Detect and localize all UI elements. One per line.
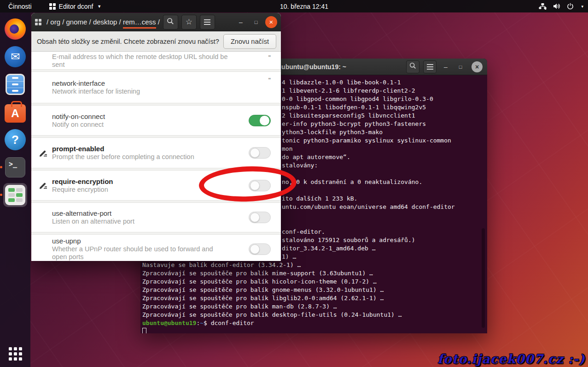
setting-key: use-alternative-port	[52, 209, 245, 218]
volume-icon	[553, 3, 560, 10]
hamburger-icon	[427, 64, 433, 70]
search-icon	[167, 18, 174, 27]
dconf-close-button[interactable]: ×	[265, 16, 277, 28]
show-applications-button[interactable]	[9, 347, 22, 361]
star-icon: ☆	[186, 17, 192, 27]
thunderbird-icon: ✉	[5, 46, 26, 67]
setting-row-use-upnp[interactable]: use-upnp Whether a UPnP router should be…	[31, 235, 281, 261]
setting-value: ''	[268, 54, 274, 61]
terminal-menu-button[interactable]	[423, 60, 437, 73]
breadcrumb-suffix[interactable]: /	[156, 18, 160, 26]
power-icon	[567, 3, 574, 10]
breadcrumb-prefix[interactable]: / org / gnome / desktop /	[47, 18, 123, 26]
setting-description: Notify on connect	[52, 121, 245, 129]
ubuntu-software-icon: A	[5, 104, 26, 123]
pathbar-root-icon[interactable]	[35, 19, 41, 25]
running-indicator-dot	[0, 166, 2, 168]
files-icon	[6, 74, 25, 95]
terminal-line: Zpracovávají se spouštěče pro balík hico…	[142, 278, 485, 286]
dock-item-dconf-editor[interactable]	[3, 183, 27, 207]
search-icon	[409, 62, 416, 71]
dconf-editor-window[interactable]: / org / gnome / desktop / rem…cess / ☆ –…	[31, 13, 281, 261]
setting-key: prompt-enabled	[52, 145, 245, 153]
dock: ✉ A ? >_	[0, 12, 30, 367]
terminal-cursor-line	[142, 327, 485, 333]
terminal-maximize-button[interactable]: □	[455, 64, 466, 70]
dock-item-help[interactable]: ?	[3, 128, 27, 152]
edited-pencil-icon	[39, 148, 48, 159]
terminal-line: Zpracovávají se spouštěče pro balík gnom…	[142, 286, 485, 294]
dconf-titlebar[interactable]: / org / gnome / desktop / rem…cess / ☆ –…	[31, 13, 281, 31]
network-offline-icon	[539, 3, 547, 10]
setting-value: ''	[268, 77, 274, 84]
system-status-area[interactable]: ▾	[539, 0, 583, 12]
terminal-line: Zpracovávají se spouštěče pro balík man-…	[142, 302, 485, 311]
terminal-search-button[interactable]	[406, 60, 419, 73]
setting-key: network-interface	[52, 79, 265, 88]
firefox-icon	[5, 18, 26, 40]
app-menu-label: Editor dconf	[59, 3, 93, 10]
setting-row-prompt-enabled[interactable]: prompt-enabled Prompt the user before co…	[31, 138, 281, 168]
dconf-editor-icon	[5, 185, 25, 205]
terminal-icon: >_	[5, 157, 25, 178]
top-bar: Činnosti Editor dconf ▼ 10. března 12:41…	[0, 0, 588, 12]
app-menu-button[interactable]: Editor dconf ▼	[47, 3, 105, 10]
prompt-dollar: $	[204, 320, 211, 326]
terminal-close-button[interactable]: ×	[472, 61, 483, 72]
prompt-user-host: ubuntu@ubuntu19	[142, 320, 196, 326]
setting-description: Network interface for listening	[52, 88, 265, 95]
terminal-line: Zpracovávají se spouštěče pro balík mime…	[142, 269, 485, 278]
running-indicator-dot	[0, 194, 2, 196]
setting-key: use-upnp	[52, 237, 245, 245]
setting-row-network-interface[interactable]: network-interface Network interface for …	[31, 72, 281, 103]
terminal-prompt-line: ubuntu@ubuntu19:~$ dconf-editor	[142, 319, 485, 327]
terminal-line: Zpracovávají se spouštěče pro balík desk…	[142, 311, 485, 319]
dock-item-ubuntu-software[interactable]: A	[3, 100, 27, 124]
dock-item-files[interactable]	[3, 72, 27, 96]
dconf-menu-button[interactable]	[200, 15, 215, 30]
prompt-command: dconf-editor	[211, 320, 254, 326]
setting-row-email[interactable]: E-mail address to which the remote deskt…	[31, 52, 281, 69]
use-upnp-toggle[interactable]	[249, 243, 271, 255]
setting-description: Listen on an alternative port	[52, 218, 245, 225]
dconf-minimize-button[interactable]: –	[235, 18, 247, 26]
dconf-search-button[interactable]	[163, 15, 178, 30]
dconf-maximize-button[interactable]: □	[250, 19, 262, 25]
setting-key: notify-on-connect	[52, 112, 245, 121]
setting-description: Whether a UPnP router should be used to …	[52, 245, 222, 261]
terminal-cursor	[142, 328, 146, 333]
dconf-infobar: Obsah této složky se změnil. Chcete zobr…	[31, 31, 281, 52]
edited-pencil-icon	[39, 181, 48, 191]
dock-item-thunderbird[interactable]: ✉	[3, 45, 27, 69]
use-alternative-port-toggle[interactable]	[249, 212, 271, 223]
dock-item-terminal[interactable]: >_	[3, 155, 27, 179]
terminal-line: Zpracovávají se spouštěče pro balík libg…	[142, 294, 485, 302]
clock-button[interactable]: 10. března 12:41	[280, 0, 328, 12]
reload-button[interactable]: Znovu načíst	[223, 34, 276, 49]
chevron-down-icon: ▾	[581, 4, 583, 9]
prompt-path: ~	[200, 320, 204, 326]
setting-row-use-alternative-port[interactable]: use-alternative-port Listen on an altern…	[31, 203, 281, 232]
dconf-settings-list: E-mail address to which the remote deskt…	[31, 52, 281, 261]
breadcrumb[interactable]: / org / gnome / desktop / rem…cess /	[47, 18, 160, 26]
terminal-minimize-button[interactable]: –	[440, 63, 451, 71]
chevron-down-icon: ▼	[97, 4, 101, 9]
terminal-title: ubuntu@ubuntu19: ~	[281, 63, 346, 71]
breadcrumb-current[interactable]: rem…cess	[123, 18, 156, 29]
activities-button[interactable]: Činnosti	[6, 3, 35, 10]
notify-on-connect-toggle[interactable]	[249, 115, 271, 126]
infobar-message: Obsah této složky se změnil. Chcete zobr…	[37, 38, 219, 45]
setting-description: E-mail address to which the remote deskt…	[52, 53, 232, 69]
dock-item-firefox[interactable]	[3, 17, 27, 41]
desktop: ubuntu@ubuntu19: ~ – □ × 4 libdazzle-1.0…	[0, 0, 588, 367]
help-icon: ?	[5, 129, 26, 150]
dconf-bookmark-button[interactable]: ☆	[181, 15, 197, 30]
setting-description: Prompt the user before completing a conn…	[52, 153, 245, 161]
terminal-scrollbar[interactable]	[482, 228, 485, 328]
setting-row-notify-on-connect[interactable]: notify-on-connect Notify on connect	[31, 106, 281, 135]
envelope-icon: ✉	[11, 50, 20, 63]
window-grid-icon	[49, 3, 56, 10]
prompt-enabled-toggle[interactable]	[249, 147, 271, 159]
hamburger-icon	[204, 19, 210, 25]
watermark: foto.ijacek007.cz :-)	[437, 352, 585, 366]
